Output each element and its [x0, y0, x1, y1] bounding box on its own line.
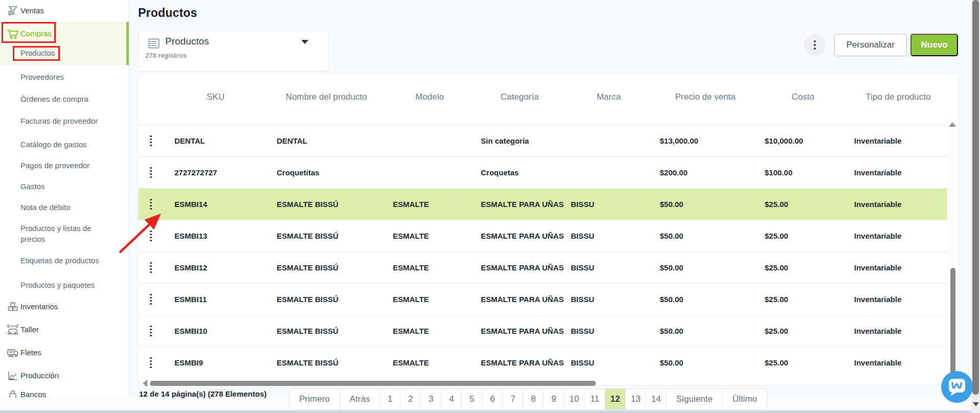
row-menu-icon[interactable] [139, 189, 163, 220]
page-number-button-active[interactable]: 12 [605, 389, 626, 409]
view-selector-dropdown[interactable]: Productos 278 registros [138, 31, 328, 72]
column-header-nombre[interactable]: Nombre del producto [268, 92, 385, 102]
cell-marca: BISSU [565, 327, 653, 335]
page-scroll-thumb[interactable] [972, 0, 979, 395]
funnel-dollar-icon: $ [6, 4, 19, 17]
sidebar-item-productos[interactable]: Productos [0, 48, 129, 58]
sidebar-item-etiquetas-de-productos[interactable]: Etiquetas de productos [0, 255, 129, 266]
row-menu-icon[interactable] [139, 347, 163, 378]
page-first-button[interactable]: Primero [289, 389, 340, 409]
cell-precio: $50.00 [653, 327, 758, 335]
sidebar-item-pagos-de-proveedor[interactable]: Pagos de proveedor [0, 160, 129, 171]
scroll-left-arrow-icon[interactable] [143, 380, 147, 387]
cell-tipo: Inventariable [848, 136, 948, 145]
sidebar-item-facturas-de-proveedor[interactable]: Facturas de proveedor [0, 116, 129, 126]
row-menu-icon[interactable] [139, 125, 163, 156]
scroll-down-arrow-icon[interactable] [973, 402, 979, 406]
cell-categoria: Sin categoría [475, 136, 565, 145]
page-next-button[interactable]: Siguiente [666, 389, 723, 409]
table-row[interactable]: ESMBI9 ESMALTE BISSÚ ESMALTE ESMALTE PAR… [139, 347, 948, 378]
page-number-button[interactable]: 10 [564, 389, 585, 409]
cell-categoria: ESMALTE PARA UÑAS [475, 200, 565, 209]
cell-marca: BISSU [565, 358, 653, 367]
cell-categoria: ESMALTE PARA UÑAS [475, 263, 565, 272]
cell-precio: $50.00 [653, 295, 758, 304]
row-menu-icon[interactable] [139, 284, 163, 315]
table-row[interactable]: 2727272727 Croquetitas Croquetas $200.00… [139, 156, 948, 188]
cell-modelo: ESMALTE [385, 358, 475, 367]
table-row[interactable]: ESMBI10 ESMALTE BISSÚ ESMALTE ESMALTE PA… [139, 315, 948, 347]
cell-tipo: Inventariable [848, 200, 948, 209]
page-number-button[interactable]: 7 [503, 389, 523, 409]
column-header-marca[interactable]: Marca [565, 92, 653, 102]
cell-nombre: ESMALTE BISSÚ [268, 232, 385, 240]
sidebar-item-label: Compras [20, 28, 112, 39]
table-horizontal-scroll-thumb[interactable] [150, 381, 596, 386]
sidebar-item-inventarios[interactable]: Inventarios [0, 301, 129, 312]
sidebar-item-productos-y-listas-de-precios[interactable]: Productos y listas de precios [0, 223, 129, 244]
page-number-button[interactable]: 9 [544, 389, 564, 409]
page-number-button[interactable]: 6 [482, 389, 503, 409]
column-header-tipo[interactable]: Tipo de producto [848, 92, 948, 102]
cell-tipo: Inventariable [848, 295, 948, 304]
page-number-button[interactable]: 8 [523, 389, 544, 409]
column-header-sku[interactable]: SKU [163, 92, 268, 102]
car-wrench-icon [6, 323, 19, 336]
page-number-button[interactable]: 3 [421, 389, 441, 409]
table-row-highlighted[interactable]: ESMBI14 ESMALTE BISSÚ ESMALTE ESMALTE PA… [139, 188, 948, 220]
scroll-up-arrow-icon[interactable] [949, 122, 956, 127]
row-menu-icon[interactable] [139, 157, 163, 188]
boxes-icon [6, 300, 19, 313]
row-menu-icon[interactable] [139, 252, 163, 283]
page-number-button[interactable]: 2 [400, 389, 421, 409]
sidebar-item-compras[interactable]: Compras [0, 28, 129, 39]
row-menu-icon[interactable] [139, 315, 163, 347]
page-number-button[interactable]: 4 [441, 389, 462, 409]
sidebar-item-proveedores[interactable]: Proveedores [0, 72, 129, 82]
products-table: SKU Nombre del producto Modelo Categoría… [138, 73, 959, 386]
page-last-button[interactable]: Último [723, 389, 767, 409]
table-row[interactable]: DENTAL DENTAL Sin categoría $13,000.00 $… [139, 125, 948, 156]
personalize-button[interactable]: Personalizar [834, 34, 907, 56]
column-header-categoria[interactable]: Categoría [475, 92, 565, 102]
table-vertical-scroll-thumb[interactable] [950, 268, 955, 374]
table-row[interactable]: ESMBI11 ESMALTE BISSÚ ESMALTE ESMALTE PA… [139, 283, 948, 315]
row-menu-icon[interactable] [139, 220, 163, 251]
new-button[interactable]: Nuevo [910, 34, 958, 56]
table-row[interactable]: ESMBI13 ESMALTE BISSÚ ESMALTE ESMALTE PA… [139, 220, 948, 251]
cell-sku: DENTAL [163, 136, 268, 145]
sidebar-item-ordenes-de-compra[interactable]: Órdenes de compra [0, 94, 129, 104]
page-number-button[interactable]: 11 [585, 389, 605, 409]
column-header-costo[interactable]: Costo [758, 92, 848, 102]
cell-nombre: DENTAL [268, 136, 385, 145]
table-row[interactable]: ESMBI12 ESMALTE BISSÚ ESMALTE ESMALTE PA… [139, 251, 948, 283]
column-header-precio[interactable]: Precio de venta [653, 92, 758, 102]
sidebar-item-ventas[interactable]: $ Ventas [0, 5, 129, 16]
cell-nombre: ESMALTE BISSÚ [268, 200, 385, 209]
page-prev-button[interactable]: Atrás [340, 389, 381, 409]
page-number-button[interactable]: 13 [626, 389, 646, 409]
sidebar-item-gastos[interactable]: Gastos [0, 181, 129, 192]
sidebar-item-catalogo-de-gastos[interactable]: Catálogo de gastos [0, 139, 129, 150]
more-actions-button[interactable] [804, 34, 826, 56]
cell-modelo: ESMALTE [385, 200, 475, 209]
cell-nombre: ESMALTE BISSÚ [268, 327, 385, 335]
sidebar-item-fletes[interactable]: Fletes [0, 347, 129, 358]
cell-sku: 2727272727 [163, 168, 268, 177]
chat-widget-button[interactable] [941, 371, 973, 403]
sidebar-item-taller[interactable]: Taller [0, 324, 129, 335]
cell-categoria: ESMALTE PARA UÑAS [475, 295, 565, 304]
app-window: $ Ventas Compras Productos Proveedores Ó… [0, 0, 980, 413]
cell-nombre: ESMALTE BISSÚ [268, 358, 385, 367]
sidebar-item-produccion[interactable]: Producción [0, 370, 129, 381]
page-number-button[interactable]: 1 [380, 389, 400, 409]
column-header-modelo[interactable]: Modelo [385, 92, 475, 102]
sidebar-item-nota-de-debito[interactable]: Nota de débito [0, 202, 129, 213]
page-number-button[interactable]: 14 [646, 389, 666, 409]
sidebar-item-productos-y-paquetes[interactable]: Productos y paquetes [0, 280, 129, 290]
page-scrollbar[interactable] [971, 0, 980, 413]
chevron-down-icon [301, 40, 308, 44]
page-number-button[interactable]: 5 [462, 389, 482, 409]
cell-costo: $25.00 [758, 232, 848, 240]
cell-sku: ESMBI11 [163, 295, 268, 304]
